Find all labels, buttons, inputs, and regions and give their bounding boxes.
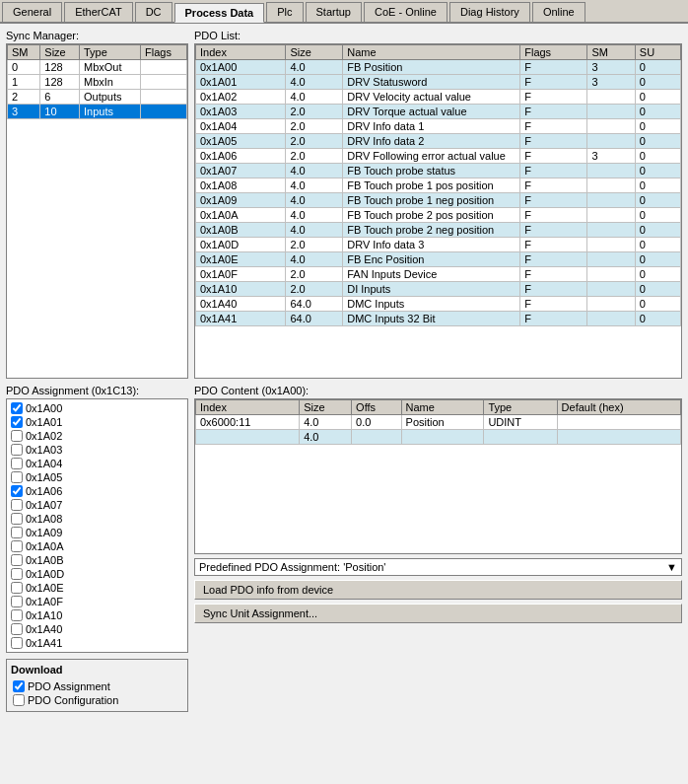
- table-row[interactable]: 0x1A062.0DRV Following error actual valu…: [196, 149, 681, 164]
- pdo-assign-checkbox[interactable]: [11, 416, 23, 428]
- table-row[interactable]: 0x1A102.0DI InputsF0: [196, 282, 681, 297]
- table-row[interactable]: 0x1A074.0FB Touch probe statusF0: [196, 164, 681, 178]
- pdo-col-sm: SM: [587, 45, 635, 60]
- pdo-assign-checkbox[interactable]: [11, 458, 23, 469]
- pdo-assign-checkbox[interactable]: [11, 596, 23, 607]
- sync-unit-button[interactable]: Sync Unit Assignment...: [194, 604, 682, 623]
- pdo-assign-id-label: 0x1A09: [26, 527, 62, 538]
- predefined-pdo-label: Predefined PDO Assignment: 'Position': [199, 561, 385, 573]
- pdo-assign-item: 0x1A03: [9, 443, 185, 457]
- pdo-assign-checkbox[interactable]: [11, 471, 23, 483]
- table-row[interactable]: 0x1A042.0DRV Info data 1F0: [196, 119, 681, 134]
- pdo-config-download-item: PDO Configuration: [11, 693, 183, 707]
- tab-plc[interactable]: Plc: [266, 2, 303, 22]
- table-row[interactable]: 0x1A0B4.0FB Touch probe 2 neg positionF0: [196, 223, 681, 238]
- sm-col-sm: SM: [8, 45, 40, 60]
- table-row: 4.0: [196, 430, 681, 445]
- tab-ethercat[interactable]: EtherCAT: [64, 2, 132, 22]
- tab-online[interactable]: Online: [532, 2, 585, 22]
- sync-manager-table: SM Size Type Flags 0128MbxOut1128MbxIn26…: [7, 44, 187, 119]
- table-row[interactable]: 0x1A4164.0DMC Inputs 32 BitF0: [196, 312, 681, 326]
- table-row[interactable]: 0x1A084.0FB Touch probe 1 pos positionF0: [196, 178, 681, 193]
- pdo-assign-id-label: 0x1A03: [26, 444, 62, 456]
- pdo-assign-checkbox[interactable]: [11, 527, 23, 538]
- pdo-list-panel: Index Size Name Flags SM SU 0x1A004.0FB …: [194, 43, 682, 379]
- pdo-assignment-panel: 0x1A000x1A010x1A020x1A030x1A040x1A050x1A…: [6, 398, 188, 653]
- table-row[interactable]: 0x1A0D2.0DRV Info data 3F0: [196, 238, 681, 252]
- pdo-assign-item: 0x1A0E: [9, 581, 185, 595]
- pdo-col-index: Index: [196, 45, 286, 60]
- pdo-assign-id-label: 0x1A41: [26, 637, 62, 649]
- pdo-assign-checkbox[interactable]: [11, 430, 23, 442]
- table-row[interactable]: 0x1A0E4.0FB Enc PositionF0: [196, 252, 681, 267]
- pdo-config-download-checkbox[interactable]: [13, 694, 25, 706]
- tab-coe---online[interactable]: CoE - Online: [364, 2, 447, 22]
- pdo-assign-checkbox[interactable]: [11, 554, 23, 566]
- pdo-col-name: Name: [343, 45, 520, 60]
- pdo-assign-item: 0x1A09: [9, 526, 185, 539]
- sm-col-size: Size: [40, 45, 80, 60]
- pdo-assignment-download-item: PDO Assignment: [11, 679, 183, 693]
- pdo-assign-checkbox[interactable]: [11, 485, 23, 497]
- sm-col-flags: Flags: [141, 45, 187, 60]
- tab-general[interactable]: General: [2, 2, 62, 22]
- pdo-assign-checkbox[interactable]: [11, 623, 23, 635]
- sync-manager-panel: SM Size Type Flags 0128MbxOut1128MbxIn26…: [6, 43, 188, 379]
- table-row[interactable]: 26Outputs: [8, 90, 187, 105]
- load-pdo-button[interactable]: Load PDO info from device: [194, 580, 682, 600]
- table-row[interactable]: 0x1A4064.0DMC InputsF0: [196, 297, 681, 312]
- pdo-assign-checkbox[interactable]: [11, 499, 23, 511]
- predefined-pdo-dropdown[interactable]: Predefined PDO Assignment: 'Position' ▼: [194, 558, 682, 576]
- table-row: 0x6000:114.00.0PositionUDINT: [196, 415, 681, 430]
- table-row[interactable]: 0x1A032.0DRV Torque actual valueF0: [196, 105, 681, 119]
- pdo-content-section: PDO Content (0x1A00): Index Size Offs Na…: [194, 385, 682, 712]
- table-row[interactable]: 1128MbxIn: [8, 75, 187, 90]
- pdo-assign-checkbox[interactable]: [11, 540, 23, 552]
- pdo-assignment-download-checkbox[interactable]: [13, 680, 25, 692]
- pdo-assign-checkbox[interactable]: [11, 444, 23, 456]
- pdo-assign-checkbox[interactable]: [11, 402, 23, 414]
- pdo-assign-id-label: 0x1A02: [26, 430, 62, 442]
- table-row[interactable]: 0x1A0F2.0FAN Inputs DeviceF0: [196, 267, 681, 282]
- tab-diag-history[interactable]: Diag History: [449, 2, 530, 22]
- pdo-content-table: Index Size Offs Name Type Default (hex) …: [195, 399, 681, 445]
- pdo-assign-item: 0x1A00: [9, 401, 185, 415]
- pdo-assign-checkbox[interactable]: [11, 568, 23, 580]
- pdo-assign-id-label: 0x1A40: [26, 623, 62, 635]
- dropdown-chevron-icon: ▼: [666, 561, 677, 573]
- table-row[interactable]: 310Inputs: [8, 105, 187, 119]
- pdo-assign-checkbox[interactable]: [11, 582, 23, 594]
- pdo-col-flags: Flags: [520, 45, 587, 60]
- tab-startup[interactable]: Startup: [306, 2, 362, 22]
- tab-bar: GeneralEtherCATDCProcess DataPlcStartupC…: [0, 0, 688, 24]
- pdo-assign-id-label: 0x1A01: [26, 416, 62, 428]
- table-row[interactable]: 0x1A004.0FB PositionF30: [196, 60, 681, 75]
- pdo-assign-item: 0x1A0D: [9, 567, 185, 581]
- pdo-assign-id-label: 0x1A0B: [26, 554, 64, 566]
- tab-dc[interactable]: DC: [135, 2, 172, 22]
- table-row[interactable]: 0x1A052.0DRV Info data 2F0: [196, 134, 681, 149]
- pdo-assign-checkbox[interactable]: [11, 513, 23, 525]
- table-row[interactable]: 0128MbxOut: [8, 60, 187, 75]
- download-section: Download PDO Assignment PDO Configuratio…: [6, 659, 188, 712]
- tab-process-data[interactable]: Process Data: [174, 3, 265, 23]
- table-row[interactable]: 0x1A094.0FB Touch probe 1 neg positionF0: [196, 193, 681, 208]
- pdo-assignment-download-label: PDO Assignment: [28, 680, 110, 692]
- bottom-row: PDO Assignment (0x1C13): 0x1A000x1A010x1…: [6, 385, 682, 712]
- table-row[interactable]: 0x1A024.0DRV Velocity actual valueF0: [196, 90, 681, 105]
- pdo-assign-checkbox[interactable]: [11, 609, 23, 621]
- download-label: Download: [11, 664, 183, 676]
- pdo-assign-id-label: 0x1A04: [26, 458, 62, 469]
- pdo-assignment-label: PDO Assignment (0x1C13):: [6, 385, 188, 396]
- pdo-assign-item: 0x1A40: [9, 622, 185, 636]
- top-row: Sync Manager: SM Size Type Flags 0128Mbx…: [6, 30, 682, 379]
- table-row[interactable]: 0x1A014.0DRV StatuswordF30: [196, 75, 681, 90]
- pdo-assign-id-label: 0x1A0D: [26, 568, 64, 580]
- pdo-assign-item: 0x1A07: [9, 498, 185, 512]
- pdo-list-label: PDO List:: [194, 30, 682, 41]
- right-controls: Predefined PDO Assignment: 'Position' ▼ …: [194, 558, 682, 712]
- pdo-assign-item: 0x1A0F: [9, 595, 185, 608]
- main-content: Sync Manager: SM Size Type Flags 0128Mbx…: [0, 24, 688, 718]
- table-row[interactable]: 0x1A0A4.0FB Touch probe 2 pos positionF0: [196, 208, 681, 223]
- pdo-assign-checkbox[interactable]: [11, 637, 23, 649]
